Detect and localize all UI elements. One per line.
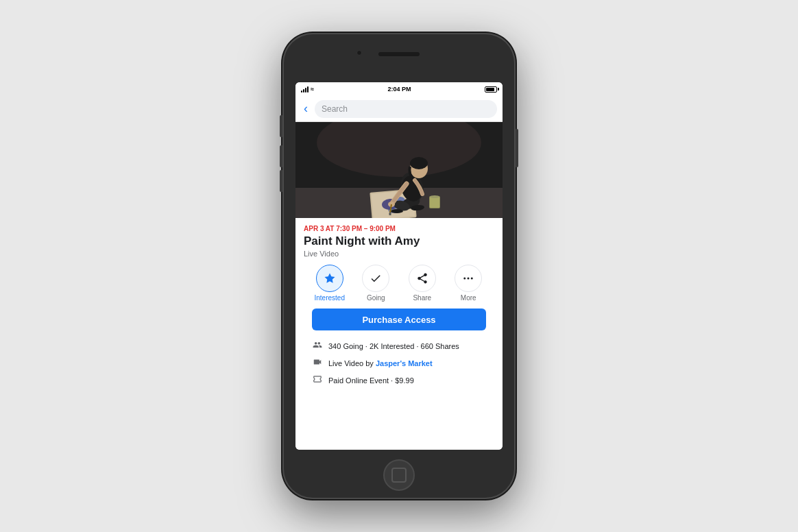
nav-bar: ‹ Search [295,96,503,122]
screen: ≈ 2:04 PM ‹ Search [295,82,503,450]
back-button[interactable]: ‹ [301,101,311,116]
ticket-icon [312,374,323,386]
people-icon [312,340,323,352]
svg-point-25 [471,278,473,280]
bar2 [303,89,304,93]
action-buttons-row: Interested Going [304,265,494,309]
svg-point-22 [430,195,439,198]
battery-fill [486,88,494,91]
going-button[interactable]: Going [357,265,394,302]
bar1 [301,90,302,93]
search-bar[interactable]: Search [315,100,497,118]
price-row: Paid Online Event · $9.99 [304,372,494,389]
host-row: Live Video by Jasper's Market [304,354,494,372]
camera [356,50,362,56]
event-subtitle: Live Video [304,250,494,258]
share-label: Share [413,294,431,302]
event-artwork [295,122,503,218]
going-label: Going [367,294,385,302]
bottom-fade [295,431,503,450]
going-icon-circle [362,265,389,292]
video-svg-icon [313,357,322,367]
more-icon-circle [455,265,482,292]
svg-point-24 [468,278,470,280]
battery-area [485,86,497,93]
ticket-svg-icon [313,374,322,384]
price-text: Paid Online Event · $9.99 [328,376,414,385]
home-button[interactable] [383,459,415,491]
host-prefix: Live Video by [328,359,376,367]
star-icon [324,272,336,285]
event-title: Paint Night with Amy [304,234,494,248]
more-label: More [461,294,476,302]
scene: ≈ 2:04 PM ‹ Search [0,0,798,532]
stats-text: 340 Going · 2K Interested · 660 Shares [328,342,459,350]
svg-point-23 [464,278,466,280]
share-button[interactable]: Share [404,265,441,302]
event-details: APR 3 AT 7:30 PM – 9:00 PM Paint Night w… [295,218,503,431]
host-text: Live Video by Jasper's Market [328,359,433,367]
event-date: APR 3 AT 7:30 PM – 9:00 PM [304,225,494,232]
interested-label: Interested [315,294,345,302]
signal-area: ≈ [301,86,314,93]
more-button[interactable]: More [450,265,487,302]
signal-bars [301,86,309,93]
bar4 [307,86,309,93]
checkmark-icon [370,272,382,285]
video-icon [312,357,323,369]
event-image [295,122,503,218]
svg-rect-21 [430,197,439,208]
stats-row: 340 Going · 2K Interested · 660 Shares [304,337,494,354]
more-dots-icon [462,272,474,285]
interested-button[interactable]: Interested [311,265,348,302]
share-icon-circle [409,265,436,292]
speaker [378,52,420,56]
time-display: 2:04 PM [387,86,411,93]
people-svg-icon [313,340,322,350]
interested-icon-circle [316,265,343,292]
share-icon [416,272,428,285]
host-name[interactable]: Jasper's Market [376,359,433,367]
battery-icon [485,86,497,93]
search-placeholder: Search [322,104,348,114]
phone-shell: ≈ 2:04 PM ‹ Search [282,33,516,499]
purchase-access-button[interactable]: Purchase Access [312,309,486,330]
status-bar: ≈ 2:04 PM [295,82,503,96]
svg-point-19 [410,157,428,169]
bar3 [305,88,306,93]
svg-point-12 [391,209,403,213]
wifi-icon: ≈ [311,86,314,93]
